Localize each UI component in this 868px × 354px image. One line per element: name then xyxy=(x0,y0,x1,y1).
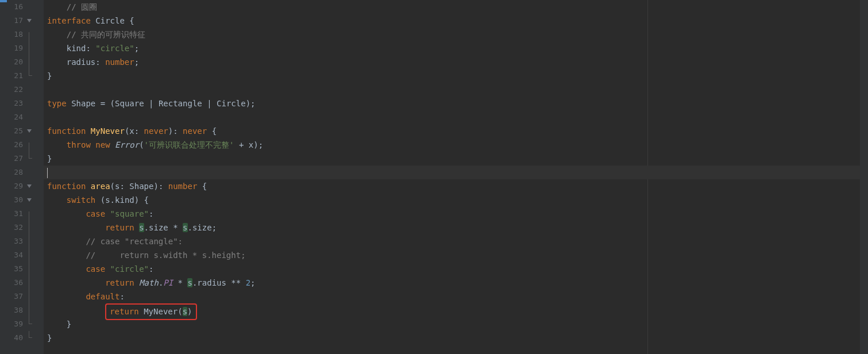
gutter-row[interactable]: 37 xyxy=(7,290,44,303)
code-token xyxy=(47,30,67,39)
code-line[interactable]: return Math.PI * s.radius ** 2; xyxy=(44,276,860,290)
fold-gutter[interactable] xyxy=(26,225,44,230)
gutter-row[interactable]: 18 xyxy=(7,28,44,41)
code-token: ) xyxy=(187,307,192,316)
fold-guide-icon xyxy=(26,211,32,217)
gutter-row[interactable]: 24 xyxy=(7,110,44,124)
fold-gutter[interactable] xyxy=(26,331,44,345)
code-token: : xyxy=(134,126,144,136)
code-line[interactable]: function MyNever(x: never): never { xyxy=(44,124,860,138)
code-area[interactable]: // 圆圈interface Circle { // 共同的可辨识特征 kind… xyxy=(44,0,860,354)
gutter-row[interactable]: 22 xyxy=(7,83,44,97)
tool-window-strip[interactable] xyxy=(0,0,7,354)
code-token: throw new xyxy=(67,140,115,149)
code-token: MyNever xyxy=(91,126,125,136)
code-line[interactable]: function area(s: Shape): number { xyxy=(44,179,860,193)
gutter-row[interactable]: 25 xyxy=(7,124,44,138)
fold-gutter[interactable] xyxy=(26,152,44,166)
fold-gutter[interactable] xyxy=(26,211,44,217)
fold-toggle-icon[interactable] xyxy=(26,198,32,203)
gutter-row[interactable]: 32 xyxy=(7,221,44,234)
gutter-row[interactable]: 20 xyxy=(7,55,44,69)
code-token: x xyxy=(129,126,134,136)
fold-gutter[interactable] xyxy=(26,317,44,331)
code-token: area xyxy=(91,182,110,191)
code-line[interactable]: } xyxy=(44,152,860,166)
code-token: { xyxy=(207,126,217,136)
code-token: function xyxy=(47,126,91,136)
code-token: Circle xyxy=(95,16,125,25)
code-token: Error xyxy=(115,140,139,149)
code-line[interactable]: // 圆圈 xyxy=(44,0,860,14)
gutter-row[interactable]: 21 xyxy=(7,69,44,83)
code-line[interactable]: } xyxy=(44,69,860,83)
gutter-row[interactable]: 23 xyxy=(7,97,44,110)
fold-end-icon xyxy=(26,152,32,166)
code-line[interactable]: // case "rectangle": xyxy=(44,234,860,248)
code-line[interactable]: kind: "circle"; xyxy=(44,41,860,55)
fold-gutter[interactable] xyxy=(26,60,44,65)
code-line[interactable]: } xyxy=(44,331,860,345)
fold-gutter[interactable] xyxy=(26,253,44,258)
fold-gutter[interactable] xyxy=(26,69,44,83)
gutter-row[interactable]: 31 xyxy=(7,207,44,221)
code-line[interactable]: radius: number; xyxy=(44,55,860,69)
gutter-row[interactable]: 35 xyxy=(7,262,44,276)
fold-gutter[interactable] xyxy=(26,143,44,148)
text-cursor xyxy=(47,168,48,178)
code-line[interactable]: return MyNever(s) xyxy=(44,303,860,317)
code-line[interactable] xyxy=(44,166,860,179)
fold-gutter[interactable] xyxy=(26,294,44,299)
code-line[interactable]: type Shape = (Square | Rectangle | Circl… xyxy=(44,97,860,110)
fold-toggle-icon[interactable] xyxy=(26,184,32,189)
code-line[interactable]: // 共同的可辨识特征 xyxy=(44,28,860,41)
gutter-row[interactable]: 27 xyxy=(7,152,44,166)
code-line[interactable]: switch (s.kind) { xyxy=(44,193,860,207)
fold-gutter[interactable] xyxy=(26,184,44,189)
gutter-row[interactable]: 19 xyxy=(7,41,44,55)
code-token: Square xyxy=(115,99,144,108)
code-token: } xyxy=(47,320,71,329)
fold-toggle-icon[interactable] xyxy=(26,129,32,134)
code-token: * xyxy=(173,278,187,287)
fold-gutter[interactable] xyxy=(26,18,44,24)
code-line[interactable]: throw new Error('可辨识联合处理不完整' + x); xyxy=(44,138,860,152)
fold-gutter[interactable] xyxy=(26,267,44,272)
line-number: 18 xyxy=(7,28,26,41)
gutter-row[interactable]: 17 xyxy=(7,14,44,28)
gutter-row[interactable]: 28 xyxy=(7,166,44,179)
code-token xyxy=(47,2,67,11)
fold-gutter[interactable] xyxy=(26,46,44,51)
gutter-row[interactable]: 33 xyxy=(7,234,44,248)
code-line[interactable] xyxy=(44,83,860,97)
fold-gutter[interactable] xyxy=(26,280,44,286)
line-number: 21 xyxy=(7,69,26,83)
code-line[interactable]: default: xyxy=(44,290,860,303)
fold-gutter[interactable] xyxy=(26,129,44,134)
code-token: number xyxy=(168,182,198,191)
code-token: "circle" xyxy=(95,44,134,53)
gutter-row[interactable]: 38 xyxy=(7,303,44,317)
fold-gutter[interactable] xyxy=(26,239,44,244)
code-line[interactable]: return s.size * s.size; xyxy=(44,221,860,234)
code-line[interactable]: // return s.width * s.height; xyxy=(44,248,860,262)
gutter-row[interactable]: 34 xyxy=(7,248,44,262)
gutter-row[interactable]: 16 xyxy=(7,0,44,14)
fold-gutter[interactable] xyxy=(26,308,44,313)
vertical-scroll-track[interactable] xyxy=(860,0,868,354)
gutter-row[interactable]: 39 xyxy=(7,317,44,331)
fold-gutter[interactable] xyxy=(26,32,44,37)
gutter-row[interactable]: 30 xyxy=(7,193,44,207)
code-line[interactable]: interface Circle { xyxy=(44,14,860,28)
fold-gutter[interactable] xyxy=(26,198,44,203)
code-line[interactable]: case "circle": xyxy=(44,262,860,276)
code-line[interactable] xyxy=(44,110,860,124)
code-line[interactable]: case "square": xyxy=(44,207,860,221)
gutter-row[interactable]: 26 xyxy=(7,138,44,152)
fold-toggle-icon[interactable] xyxy=(26,18,32,24)
gutter-row[interactable]: 29 xyxy=(7,179,44,193)
code-line[interactable]: } xyxy=(44,317,860,331)
gutter-row[interactable]: 36 xyxy=(7,276,44,290)
gutter-row[interactable]: 40 xyxy=(7,331,44,345)
line-number-gutter[interactable]: 1617181920212223242526272829303132333435… xyxy=(7,0,44,354)
